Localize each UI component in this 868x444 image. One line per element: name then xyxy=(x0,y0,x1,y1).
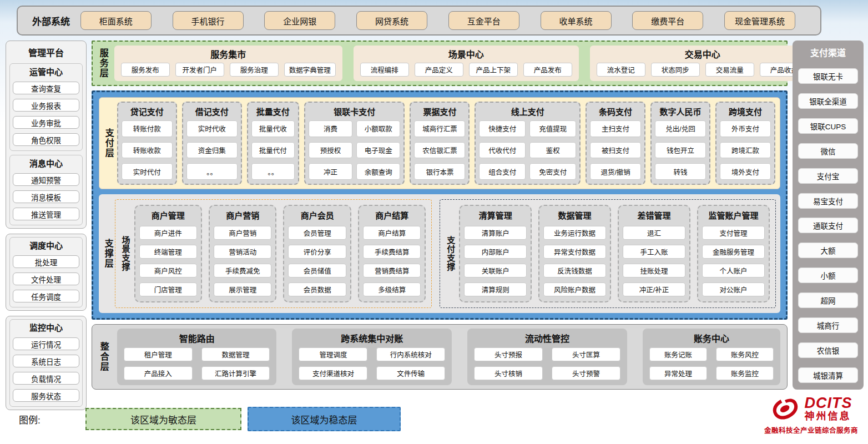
external-system-box: 收单系统 xyxy=(541,11,612,30)
support-item-box: 关联账户 xyxy=(464,264,527,278)
integration-item-box: 汇路计算引擎 xyxy=(201,366,270,380)
payment-item-box: 。。 xyxy=(251,163,295,180)
legend-stable-box: 该区域为稳态层 xyxy=(248,407,401,431)
support-item-box: 会员储值 xyxy=(288,264,346,278)
payment-channel-box: 银联CUPS xyxy=(798,118,858,134)
payment-item-box: 被扫支付 xyxy=(590,142,641,159)
management-platform-title: 管理平台 xyxy=(9,44,83,59)
support-item-box: 手续费结算 xyxy=(363,245,421,259)
integration-item-box: 支付渠道核对 xyxy=(299,366,367,380)
support-item-box: 营销活动 xyxy=(214,245,271,259)
payment-item-box: 跨境汇款 xyxy=(720,142,771,159)
support-item-box: 门店管理 xyxy=(139,282,197,296)
payment-group-title: 票据支付 xyxy=(414,105,465,117)
integration-group-title: 账务中心 xyxy=(649,331,774,345)
management-item-box: 系统日志 xyxy=(13,355,79,367)
payment-group-items: 实时代收资金归集。。 xyxy=(186,120,238,180)
payment-group-title: 条码支付 xyxy=(590,105,641,117)
support-layer-label: 支撑层 xyxy=(103,199,113,308)
support-item-box: 冲正/补正 xyxy=(623,282,685,296)
payment-channels-title: 支付渠道 xyxy=(798,46,858,59)
payment-channel-box: 城银清算 xyxy=(798,367,858,383)
support-group: 商户管理商户进件终端管理商户风控门店管理 xyxy=(134,205,202,302)
stable-layer-container: 支付层 贷记支付转账付款转账收款实时代付借记支付实时代收资金归集。。批量支付批量… xyxy=(92,90,788,320)
payment-item-box: 转账付款 xyxy=(122,120,173,137)
support-item-box: 异常支付数据 xyxy=(543,245,606,259)
payment-item-box: 小额取款 xyxy=(356,120,400,137)
payment-channel-box: 城商行 xyxy=(798,317,858,333)
payment-layer-groups: 贷记支付转账付款转账收款实时代付借记支付实时代收资金归集。。批量支付批量代收批量… xyxy=(117,102,775,185)
integration-group-items: 管理调度行内系统核对支付渠道核对文件传输 xyxy=(299,347,445,380)
support-group-title: 数据管理 xyxy=(543,209,606,221)
payment-channel-box: 农信银 xyxy=(798,342,858,358)
integration-group: 智能路由租户管理数据管理产品接入汇路计算引擎 xyxy=(117,329,277,385)
payment-item-box: 转账收款 xyxy=(122,142,173,159)
external-system-box: 柜面系统 xyxy=(80,11,152,30)
integration-group-title: 流动性管控 xyxy=(474,331,620,345)
management-item-box: 负载情况 xyxy=(13,372,79,385)
support-layer: 支撑层 场景支撑商户管理商户进件终端管理商户风控门店管理商户营销商户营销营销活动… xyxy=(99,194,780,313)
external-system-box: 缴费平台 xyxy=(632,11,703,30)
service-item-box: 流程编排 xyxy=(360,63,409,77)
payment-item-box: 批量代收 xyxy=(251,120,295,137)
support-item-box: 多级结算 xyxy=(363,282,421,296)
payment-platform-architecture: 外部系统 柜面系统手机银行企业网银网贷系统互金平台收单系统缴费平台现金管理系统 … xyxy=(0,0,868,444)
service-item-box: 状态同步 xyxy=(651,63,700,77)
management-group: 消息中心通知预警消息模板推送管理 xyxy=(9,155,83,225)
payment-item-box: 组合支付 xyxy=(479,163,526,180)
support-group: 商户结算商户结算手续费结算营销费结算多级结算 xyxy=(358,205,426,302)
payment-item-box: 城商行汇票 xyxy=(414,120,465,137)
support-item-box: 商户进件 xyxy=(139,226,197,240)
support-item-box: 挂账处理 xyxy=(623,264,685,278)
dcits-tagline: 金融科技全产业链综合服务商 xyxy=(764,425,858,435)
management-item-box: 角色权限 xyxy=(13,133,79,146)
payment-item-box: 代收代付 xyxy=(479,142,526,159)
integration-item-box: 文件传输 xyxy=(376,366,445,380)
dcits-swirl-icon xyxy=(770,395,801,422)
payment-item-box: 银行本票 xyxy=(414,163,465,180)
service-item-box: 开发者门户 xyxy=(175,63,224,77)
external-systems-items: 柜面系统手机银行企业网银网贷系统互金平台收单系统缴费平台现金管理系统 xyxy=(70,11,806,30)
payment-item-box: 钱包开立 xyxy=(655,142,706,159)
integration-item-box: 头寸预报 xyxy=(474,347,543,361)
service-group: 服务集市服务发布开发者门户服务治理数据字典管理 xyxy=(114,46,342,81)
integration-item-box: 头寸匡算 xyxy=(552,347,620,361)
support-item-box: 商户结算 xyxy=(363,226,421,240)
support-group-title: 监管账户管理 xyxy=(702,209,765,221)
payment-group-items: 外币支付跨境汇款境外支付 xyxy=(720,120,771,180)
payment-layer: 支付层 贷记支付转账付款转账收款实时代付借记支付实时代收资金归集。。批量支付批量… xyxy=(99,97,780,189)
payment-item-box: 转钱 xyxy=(655,163,706,180)
support-section: 场景支撑商户管理商户进件终端管理商户风控门店管理商户营销商户营销营销活动手续费减… xyxy=(115,199,432,308)
service-group-title: 场景中心 xyxy=(360,47,572,60)
management-item-box: 消息模板 xyxy=(13,190,79,203)
legend-label: 图例: xyxy=(19,412,85,426)
payment-item-box: 消费 xyxy=(309,120,352,137)
payment-item-box: 实时代收 xyxy=(186,120,238,137)
external-systems-bar: 外部系统 柜面系统手机银行企业网银网贷系统互金平台收单系统缴费平台现金管理系统 xyxy=(17,6,821,36)
support-section-label: 支付支撑 xyxy=(446,205,455,302)
support-item-box: 手续费减免 xyxy=(214,264,271,278)
service-layer-label: 服务层 xyxy=(98,46,108,81)
architecture-main: 服务层 服务集市服务发布开发者门户服务治理数据字典管理场景中心流程编排产品定义产… xyxy=(92,41,788,390)
support-group-title: 商户营销 xyxy=(214,209,271,221)
integration-item-box: 租户管理 xyxy=(124,347,193,361)
support-section-label: 场景支撑 xyxy=(121,205,130,302)
management-panel: 管理平台运管中心查询查复业务报表业务审批角色权限消息中心通知预警消息模板推送管理 xyxy=(6,41,87,229)
service-group: 交易中心流水登记状态同步交易流量产品收益 xyxy=(590,46,815,81)
payment-channel-box: 支付宝 xyxy=(798,168,858,184)
integration-item-box: 账务记账 xyxy=(649,347,707,361)
payment-item-box: 退货/撤销 xyxy=(590,163,641,180)
payment-group: 数字人民币兑出/兑回钱包开立转钱 xyxy=(650,102,710,185)
payment-channel-box: 微信 xyxy=(798,143,858,159)
payment-item-box: 余额查询 xyxy=(356,163,400,180)
service-item-box: 产品发布 xyxy=(523,63,572,77)
management-item-box: 运行情况 xyxy=(13,337,79,350)
payment-item-box: 兑出/兑回 xyxy=(655,120,706,137)
management-item-box: 服务状态 xyxy=(13,389,79,402)
payment-group-items: 主扫支付被扫支付退货/撤销 xyxy=(590,120,641,180)
dcits-logo-text: DCITS 神州信息 xyxy=(804,395,852,421)
dcits-company-name: 神州信息 xyxy=(804,411,851,422)
management-group-title: 运管中心 xyxy=(13,65,79,77)
payment-item-box: 主扫支付 xyxy=(590,120,641,137)
management-item-box: 通知预警 xyxy=(13,173,79,186)
